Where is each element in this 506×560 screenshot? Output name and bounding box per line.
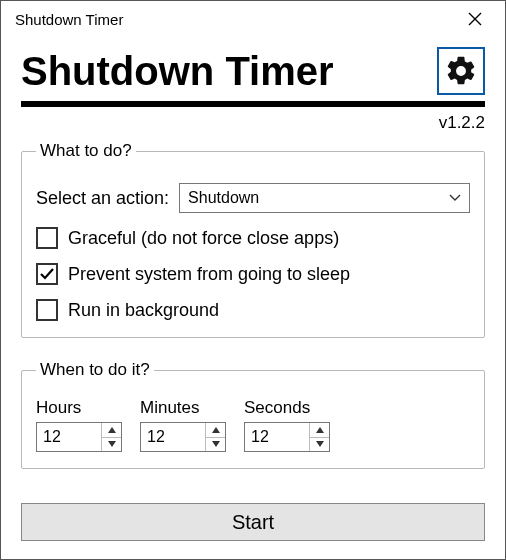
header-row: Shutdown Timer <box>21 47 485 95</box>
chevron-down-icon <box>449 194 461 202</box>
triangle-down-icon <box>212 441 220 447</box>
gear-icon <box>444 54 478 88</box>
triangle-up-icon <box>108 427 116 433</box>
what-to-do-legend: What to do? <box>36 141 136 161</box>
minutes-arrows <box>205 423 225 451</box>
version-label: v1.2.2 <box>21 113 485 133</box>
start-button-label: Start <box>232 511 274 534</box>
when-to-do-legend: When to do it? <box>36 360 154 380</box>
minutes-value: 12 <box>141 423 205 451</box>
triangle-up-icon <box>212 427 220 433</box>
seconds-column: Seconds 12 <box>244 398 330 452</box>
app-title: Shutdown Timer <box>21 50 334 92</box>
seconds-label: Seconds <box>244 398 330 418</box>
what-to-do-group: What to do? Select an action: Shutdown G… <box>21 141 485 338</box>
minutes-stepper[interactable]: 12 <box>140 422 226 452</box>
check-icon <box>39 266 55 282</box>
app-window: Shutdown Timer Shutdown Timer v1.2.2 Wha… <box>0 0 506 560</box>
window-title: Shutdown Timer <box>15 11 123 28</box>
seconds-value: 12 <box>245 423 309 451</box>
when-to-do-group: When to do it? Hours 12 Minutes <box>21 360 485 469</box>
minutes-label: Minutes <box>140 398 226 418</box>
hours-value: 12 <box>37 423 101 451</box>
minutes-up[interactable] <box>206 423 225 437</box>
hours-arrows <box>101 423 121 451</box>
hours-column: Hours 12 <box>36 398 122 452</box>
seconds-down[interactable] <box>310 437 329 452</box>
header-rule <box>21 101 485 107</box>
triangle-up-icon <box>316 427 324 433</box>
action-select[interactable]: Shutdown <box>179 183 470 213</box>
triangle-down-icon <box>108 441 116 447</box>
graceful-checkbox[interactable] <box>36 227 58 249</box>
seconds-arrows <box>309 423 329 451</box>
background-checkbox[interactable] <box>36 299 58 321</box>
close-icon <box>468 12 482 26</box>
action-select-value: Shutdown <box>188 189 259 207</box>
minutes-down[interactable] <box>206 437 225 452</box>
close-button[interactable] <box>453 3 497 35</box>
triangle-down-icon <box>316 441 324 447</box>
prevent-sleep-label: Prevent system from going to sleep <box>68 264 350 285</box>
prevent-sleep-checkbox[interactable] <box>36 263 58 285</box>
hours-down[interactable] <box>102 437 121 452</box>
time-row: Hours 12 Minutes 12 <box>36 398 470 452</box>
select-action-label: Select an action: <box>36 188 169 209</box>
graceful-row: Graceful (do not force close apps) <box>36 227 470 249</box>
seconds-up[interactable] <box>310 423 329 437</box>
content-area: Shutdown Timer v1.2.2 What to do? Select… <box>1 37 505 559</box>
hours-stepper[interactable]: 12 <box>36 422 122 452</box>
hours-up[interactable] <box>102 423 121 437</box>
hours-label: Hours <box>36 398 122 418</box>
background-row: Run in background <box>36 299 470 321</box>
prevent-sleep-row: Prevent system from going to sleep <box>36 263 470 285</box>
settings-button[interactable] <box>437 47 485 95</box>
graceful-label: Graceful (do not force close apps) <box>68 228 339 249</box>
titlebar: Shutdown Timer <box>1 1 505 37</box>
minutes-column: Minutes 12 <box>140 398 226 452</box>
action-row: Select an action: Shutdown <box>36 183 470 213</box>
start-button[interactable]: Start <box>21 503 485 541</box>
seconds-stepper[interactable]: 12 <box>244 422 330 452</box>
background-label: Run in background <box>68 300 219 321</box>
